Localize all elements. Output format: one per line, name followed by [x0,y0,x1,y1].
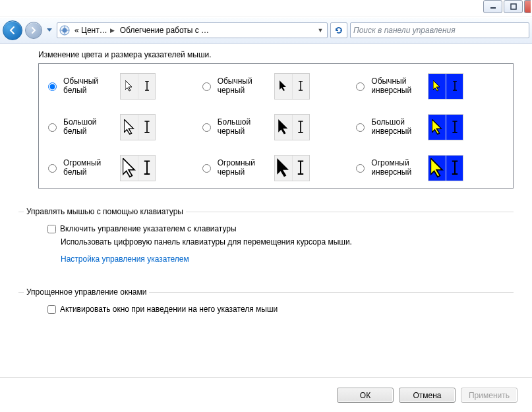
option-label: Большой черный [218,118,269,136]
radio-xl-inverse[interactable] [356,164,365,173]
address-dropdown[interactable]: ▼ [314,27,327,34]
radio-large-white[interactable] [48,123,57,132]
cursor-preview [274,155,310,181]
option-label: Большой белый [63,118,115,136]
cursor-options-panel: Обычный белый Обычный черный Обычный [38,63,514,189]
control-panel-icon [57,23,72,38]
windows-mgmt-legend: Упрощенное управление окнами [24,287,149,297]
radio-xl-white[interactable] [48,164,57,173]
cursor-option-normal-inverse[interactable]: Обычный инверсный [356,73,504,100]
svg-rect-1 [511,4,516,9]
cursor-preview [120,73,156,100]
windows-mgmt-fieldset: Упрощенное управление окнами Активироват… [18,287,514,323]
option-label: Обычный белый [63,77,115,96]
section-heading: Изменение цвета и размера указателей мыш… [38,50,514,59]
cursor-preview [274,114,310,140]
cursor-preview [428,155,463,181]
mousekeys-settings-link[interactable]: Настройка управления указателем [61,254,514,264]
search-input[interactable]: Поиск в панели управления [350,22,529,38]
close-button[interactable] [524,0,531,13]
radio-normal-inverse[interactable] [356,82,365,91]
radio-xl-black[interactable] [202,164,211,173]
ok-button[interactable]: ОК [337,388,394,403]
activate-on-hover-checkbox[interactable] [47,305,56,314]
option-label: Огромный инверсный [371,159,423,177]
cursor-preview [120,155,156,181]
chevron-right-icon: ▶ [110,27,115,34]
apply-button[interactable]: Применить [461,388,517,403]
option-label: Обычный черный [218,77,269,96]
forward-button[interactable] [25,22,42,39]
cursor-option-large-inverse[interactable]: Большой инверсный [356,114,504,140]
keyboard-mouse-legend: Управлять мышью с помощью клавиатуры [24,207,186,216]
button-separator [0,377,532,378]
option-label: Огромный черный [218,159,269,177]
option-label: Обычный инверсный [371,77,423,96]
cursor-option-xl-inverse[interactable]: Огромный инверсный [356,155,504,181]
radio-large-black[interactable] [202,123,211,132]
crumb-current-label: Облегчение работы с … [120,26,209,35]
cursor-preview [274,73,310,100]
nav-history-dropdown[interactable] [45,25,54,36]
breadcrumb-current[interactable]: Облегчение работы с … [117,23,212,38]
radio-normal-white[interactable] [48,82,57,91]
cursor-preview [120,114,156,140]
radio-normal-black[interactable] [202,82,211,91]
minimize-button[interactable] [483,0,502,13]
cursor-option-xl-white[interactable]: Огромный белый [48,155,196,181]
dialog-buttons: ОК Отмена Применить [337,388,517,403]
navigation-bar: « Цент… ▶ Облегчение работы с … ▼ Поиск … [0,17,532,44]
cursor-option-normal-black[interactable]: Обычный черный [202,73,350,100]
refresh-button[interactable] [330,22,347,38]
enable-mousekeys-label: Включить управление указателем с клавиат… [60,224,237,233]
svg-point-3 [63,28,67,33]
enable-mousekeys-checkbox[interactable] [47,225,56,233]
radio-large-inverse[interactable] [356,123,365,132]
breadcrumb-root[interactable]: « Цент… ▶ [72,23,117,38]
cursor-preview [428,114,463,140]
crumb-root-label: Цент… [81,26,107,35]
cursor-option-large-black[interactable]: Большой черный [202,114,350,140]
maximize-button[interactable] [504,0,523,13]
address-bar[interactable]: « Цент… ▶ Облегчение работы с … ▼ [57,22,328,38]
cursor-option-xl-black[interactable]: Огромный черный [202,155,350,181]
activate-on-hover-label: Активировать окно при наведении на него … [60,305,278,314]
content-area: Изменение цвета и размера указателей мыш… [0,44,532,323]
cursor-option-large-white[interactable]: Большой белый [48,114,196,140]
crumb-root-prefix: « [74,26,79,35]
window-controls [483,0,532,13]
option-label: Большой инверсный [371,118,423,136]
cursor-preview [428,73,463,100]
search-placeholder: Поиск в панели управления [353,26,456,35]
back-button[interactable] [3,20,22,40]
title-bar [0,0,532,17]
cursor-option-normal-white[interactable]: Обычный белый [48,73,196,100]
option-label: Огромный белый [63,159,115,177]
keyboard-mouse-fieldset: Управлять мышью с помощью клавиатуры Вкл… [18,207,514,269]
cancel-button[interactable]: Отмена [399,388,456,403]
mousekeys-description: Использовать цифровую панель клавиатуры … [61,237,514,247]
